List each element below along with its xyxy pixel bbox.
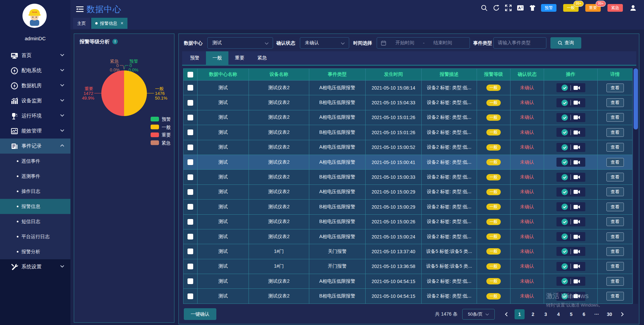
alarm-badge-3[interactable]: 紧急 bbox=[607, 4, 623, 12]
confirm-icon[interactable] bbox=[561, 219, 568, 225]
menu-toggle-icon[interactable] bbox=[76, 6, 84, 12]
confirm-icon[interactable] bbox=[561, 204, 568, 210]
view-button[interactable]: 查看 bbox=[606, 203, 624, 211]
datacenter-select[interactable]: 测试 bbox=[207, 37, 273, 49]
view-button[interactable]: 查看 bbox=[606, 128, 624, 137]
view-button[interactable]: 查看 bbox=[606, 187, 624, 196]
confirm-icon[interactable] bbox=[561, 159, 568, 165]
alarm-tab-3[interactable]: 紧急 bbox=[251, 51, 273, 65]
view-button[interactable]: 查看 bbox=[606, 277, 624, 286]
select-all-checkbox[interactable] bbox=[187, 72, 193, 77]
view-button[interactable]: 查看 bbox=[606, 143, 624, 152]
confirm-icon[interactable] bbox=[561, 100, 568, 106]
row-checkbox[interactable] bbox=[187, 159, 193, 165]
translate-icon[interactable]: A文 bbox=[517, 4, 529, 11]
view-button[interactable]: 查看 bbox=[606, 113, 624, 122]
confirm-icon[interactable] bbox=[561, 263, 568, 270]
sidebar-subitem-6[interactable]: 报警分析 bbox=[0, 244, 70, 259]
avatar[interactable]: Acrel bbox=[22, 4, 47, 28]
sidebar-item-3[interactable]: 设备监测 bbox=[0, 93, 70, 108]
theme-icon[interactable] bbox=[529, 4, 541, 11]
row-checkbox[interactable] bbox=[187, 278, 193, 284]
sidebar-item-7[interactable]: 系统设置 bbox=[0, 259, 70, 274]
sidebar-item-1[interactable]: 配电系统 bbox=[0, 63, 70, 78]
view-button[interactable]: 查看 bbox=[606, 217, 624, 226]
page-2[interactable]: 2 bbox=[529, 309, 537, 319]
page-4[interactable]: 4 bbox=[554, 309, 563, 319]
view-button[interactable]: 查看 bbox=[606, 158, 624, 167]
page-···[interactable]: ··· bbox=[592, 309, 601, 319]
view-button[interactable]: 查看 bbox=[606, 292, 624, 301]
row-checkbox[interactable] bbox=[187, 115, 193, 120]
end-time-input[interactable]: 结束时间 bbox=[433, 40, 452, 46]
sidebar-item-4[interactable]: 运行环境 bbox=[0, 108, 70, 123]
alarm-badge-1[interactable]: 一般99+ bbox=[563, 4, 579, 12]
scrollbar-thumb[interactable] bbox=[634, 68, 638, 129]
confirm-icon[interactable] bbox=[561, 144, 568, 151]
row-checkbox[interactable] bbox=[187, 100, 193, 106]
confirm-icon[interactable] bbox=[561, 114, 568, 121]
row-checkbox[interactable] bbox=[187, 293, 193, 299]
page-3[interactable]: 3 bbox=[541, 309, 550, 319]
next-page-button[interactable] bbox=[618, 309, 627, 319]
sidebar-subitem-3[interactable]: 报警信息 bbox=[0, 199, 70, 214]
table-scrollbar[interactable] bbox=[634, 68, 638, 304]
sidebar-item-0[interactable]: 首页 bbox=[0, 48, 70, 63]
page-6[interactable]: 6 bbox=[580, 309, 588, 319]
sidebar-subitem-5[interactable]: 平台运行日志 bbox=[0, 229, 70, 244]
view-button[interactable]: 查看 bbox=[606, 262, 624, 271]
row-checkbox[interactable] bbox=[187, 129, 193, 135]
fullscreen-icon[interactable] bbox=[505, 4, 517, 11]
view-button[interactable]: 查看 bbox=[606, 232, 624, 241]
row-checkbox[interactable] bbox=[187, 234, 193, 239]
view-button[interactable]: 查看 bbox=[606, 84, 624, 92]
row-checkbox[interactable] bbox=[187, 145, 193, 150]
page-size-select[interactable]: 50条/页 bbox=[462, 309, 495, 320]
sidebar-item-2[interactable]: 数据机房 bbox=[0, 78, 70, 93]
page-tab-alarm[interactable]: 报警信息✕ bbox=[91, 18, 127, 29]
alarm-tab-0[interactable]: 预警 bbox=[183, 51, 206, 65]
start-time-input[interactable]: 开始时间 bbox=[395, 40, 414, 46]
status-select[interactable]: 未确认 bbox=[300, 37, 349, 49]
alarm-tab-1[interactable]: 一般 bbox=[206, 51, 228, 65]
view-button[interactable]: 查看 bbox=[606, 173, 624, 181]
sidebar-subitem-4[interactable]: 短信日志 bbox=[0, 214, 70, 229]
sidebar-subitem-0[interactable]: 遥信事件 bbox=[0, 154, 70, 169]
alarm-badge-2[interactable]: 重要99+ bbox=[585, 4, 601, 12]
confirm-all-button[interactable]: 一键确认 bbox=[184, 308, 216, 320]
row-checkbox[interactable] bbox=[187, 85, 193, 91]
row-checkbox[interactable] bbox=[187, 249, 193, 254]
page-1[interactable]: 1 bbox=[515, 309, 525, 319]
confirm-icon[interactable] bbox=[561, 189, 568, 195]
close-tab-icon[interactable]: ✕ bbox=[120, 21, 123, 25]
search-button[interactable]: 查询 bbox=[550, 37, 581, 49]
confirm-icon[interactable] bbox=[561, 85, 568, 91]
prev-page-button[interactable] bbox=[502, 309, 511, 319]
sidebar-subitem-2[interactable]: 操作日志 bbox=[0, 184, 70, 199]
row-checkbox[interactable] bbox=[187, 189, 193, 195]
page-30[interactable]: 30 bbox=[605, 309, 614, 319]
confirm-icon[interactable] bbox=[561, 278, 568, 284]
time-range-picker[interactable]: 开始时间 - 结束时间 bbox=[377, 37, 470, 49]
confirm-icon[interactable] bbox=[561, 248, 568, 255]
refresh-icon[interactable] bbox=[493, 4, 505, 11]
alarm-badge-0[interactable]: 预警 bbox=[541, 4, 556, 12]
sidebar-item-5[interactable]: 能效管理 bbox=[0, 123, 70, 139]
sidebar-subitem-1[interactable]: 遥测事件 bbox=[0, 169, 70, 184]
page-5[interactable]: 5 bbox=[567, 309, 576, 319]
view-button[interactable]: 查看 bbox=[606, 98, 624, 107]
page-tab-home[interactable]: 主页 bbox=[73, 18, 90, 29]
user-icon[interactable] bbox=[630, 4, 644, 11]
row-checkbox[interactable] bbox=[187, 204, 193, 210]
row-checkbox[interactable] bbox=[187, 219, 193, 225]
view-button[interactable]: 查看 bbox=[606, 247, 624, 256]
event-type-input[interactable]: 请输入事件类型 bbox=[493, 37, 546, 49]
confirm-icon[interactable] bbox=[561, 174, 568, 180]
row-checkbox[interactable] bbox=[187, 264, 193, 269]
search-icon[interactable] bbox=[481, 4, 493, 11]
alarm-tab-2[interactable]: 重要 bbox=[228, 51, 251, 65]
sidebar-item-6[interactable]: 事件记录 bbox=[0, 139, 70, 154]
row-checkbox[interactable] bbox=[187, 174, 193, 180]
confirm-icon[interactable] bbox=[561, 129, 568, 136]
confirm-icon[interactable] bbox=[561, 233, 568, 240]
